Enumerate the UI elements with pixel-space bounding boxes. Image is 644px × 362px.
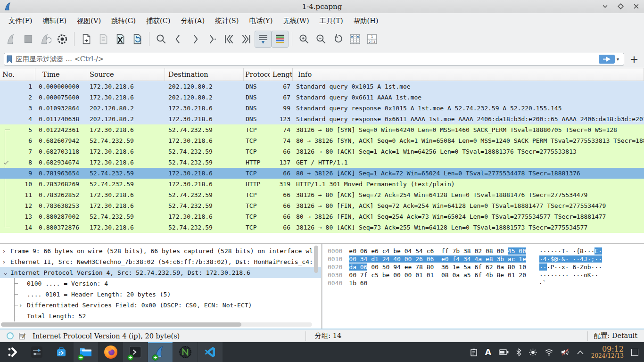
packet-row[interactable]: 40.011740638202.120.80.2172.30.218.6DNS1… — [0, 114, 644, 124]
packet-row[interactable]: 20.000075600172.30.218.6202.120.80.2DNS6… — [0, 92, 644, 103]
packet-row[interactable]: 60.68260794252.74.232.59172.30.218.6TCP7… — [0, 135, 644, 146]
save-file-button[interactable] — [95, 31, 112, 48]
packet-row[interactable]: 100.78320826952.74.232.59172.30.218.6HTT… — [0, 179, 644, 189]
capture-options-button[interactable] — [54, 31, 71, 48]
expander-icon[interactable]: › — [3, 256, 10, 267]
detail-hscrollbar[interactable] — [1, 322, 312, 327]
menu-item[interactable]: 捕获(C) — [143, 15, 173, 27]
packet-row[interactable]: 110.783262852172.30.218.652.74.232.59TCP… — [0, 189, 644, 200]
column-header[interactable]: Info — [293, 68, 644, 81]
close-button[interactable] — [633, 3, 639, 9]
input-method-indicator[interactable]: A — [485, 347, 491, 357]
go-last-button[interactable] — [238, 31, 255, 48]
reload-file-button[interactable] — [129, 31, 146, 48]
firefox-button[interactable] — [99, 342, 123, 362]
clock[interactable]: 09:12 2024/12/13 — [591, 345, 624, 360]
terminal-button[interactable]: + — [123, 342, 148, 362]
packet-row[interactable]: 140.880372876172.30.218.652.74.232.59TCP… — [0, 222, 644, 233]
close-file-button[interactable] — [112, 31, 129, 48]
detail-vscrollbar[interactable] — [314, 246, 318, 321]
stop-capture-button[interactable] — [20, 31, 37, 48]
menu-item[interactable]: 分析(A) — [178, 15, 207, 27]
layout-1-2-3-button[interactable]: 123 — [363, 31, 380, 48]
packet-row[interactable]: 80.682934674172.30.218.652.74.232.59HTTP… — [0, 157, 644, 168]
packet-row[interactable]: 120.783638253172.30.218.652.74.232.59TCP… — [0, 200, 644, 211]
wireshark-task-button[interactable]: + — [148, 342, 173, 362]
filter-bookmark-icon[interactable] — [6, 55, 13, 63]
expander-icon[interactable]: › — [19, 300, 27, 311]
filter-dropdown-caret[interactable]: ▾ — [617, 57, 619, 62]
hex-row[interactable]: 0020da 06 00 50 94 ee 78 80 36 1e 5a 6f … — [323, 263, 644, 271]
restart-capture-button[interactable] — [37, 31, 54, 48]
expander-icon[interactable]: › — [3, 246, 10, 256]
packet-row[interactable]: 130.88028700252.74.232.59172.30.218.6TCP… — [0, 211, 644, 222]
column-header[interactable]: Protocol — [244, 68, 270, 81]
bluetooth-tray-icon[interactable] — [516, 348, 521, 356]
minimize-button[interactable] — [602, 3, 608, 9]
system-settings-button[interactable] — [25, 342, 49, 362]
packet-row[interactable]: 90.78196365452.74.232.59172.30.218.6TCP6… — [0, 168, 644, 179]
wifi-tray-icon[interactable] — [545, 349, 553, 356]
zoom-reset-button[interactable] — [330, 31, 347, 48]
detail-line[interactable]: .... 0101 = Header Length: 20 bytes (5) — [14, 289, 321, 300]
app-launcher-button[interactable] — [0, 342, 25, 362]
battery-tray-icon[interactable] — [499, 349, 509, 355]
detail-line[interactable]: Total Length: 52 — [14, 311, 321, 321]
display-filter-input[interactable]: 应用显示过滤器 ... <Ctrl-/> ▾ — [4, 53, 624, 66]
menu-item[interactable]: 统计(S) — [212, 15, 241, 27]
volume-muted-tray-icon[interactable] — [561, 348, 570, 356]
menu-item[interactable]: 工具(T) — [317, 15, 346, 27]
packet-row[interactable]: 50.012242361172.30.218.652.74.232.59TCP7… — [0, 124, 644, 135]
column-header[interactable]: No. — [0, 68, 35, 81]
menu-item[interactable]: 文件(F) — [6, 15, 35, 27]
discover-button[interactable] — [49, 342, 74, 362]
file-manager-button[interactable]: + — [74, 342, 98, 362]
detail-line[interactable]: ›Differentiated Services Field: 0x00 (DS… — [14, 300, 321, 311]
apply-filter-button[interactable] — [599, 55, 615, 64]
expander-icon[interactable]: ⌄ — [3, 267, 10, 278]
find-packet-button[interactable] — [153, 31, 170, 48]
hex-row[interactable]: 003000 7f c5 be 00 00 01 01 08 0a a5 6f … — [323, 271, 644, 279]
status-profile[interactable]: 配置: Default — [588, 331, 644, 340]
column-header[interactable]: Lengtl — [270, 68, 293, 81]
maximize-button[interactable] — [618, 3, 624, 9]
go-forward-button[interactable] — [187, 31, 204, 48]
expert-info-icon[interactable] — [7, 332, 14, 339]
brightness-tray-icon[interactable] — [529, 348, 537, 356]
go-to-packet-button[interactable] — [204, 31, 221, 48]
colorize-toggle[interactable] — [272, 31, 289, 48]
capture-comment-icon[interactable] — [18, 332, 26, 340]
packet-row[interactable]: 10.000000000172.30.218.6202.120.80.2DNS6… — [0, 81, 644, 92]
vscode-button[interactable] — [198, 342, 223, 362]
open-file-button[interactable] — [78, 31, 95, 48]
menu-item[interactable]: 帮助(H) — [351, 15, 381, 27]
zoom-out-button[interactable] — [313, 31, 330, 48]
packet-row[interactable]: 70.682703118172.30.218.652.74.232.59TCP6… — [0, 146, 644, 157]
menu-item[interactable]: 跳转(G) — [108, 15, 139, 27]
detail-line[interactable]: 0100 .... = Version: 4 — [14, 278, 321, 289]
tray-expand-caret-icon[interactable] — [577, 350, 584, 354]
detail-line[interactable]: ›Frame 9: 66 bytes on wire (528 bits), 6… — [0, 246, 321, 256]
packet-row[interactable]: 30.010932864202.120.80.2172.30.218.6DNS9… — [0, 103, 644, 114]
show-desktop-button[interactable] — [631, 349, 638, 356]
detail-line[interactable]: ›Ethernet II, Src: NewH3CTechno_7b:38:02… — [0, 256, 321, 267]
clipboard-tray-icon[interactable] — [470, 348, 478, 356]
add-filter-button[interactable]: + — [628, 53, 640, 65]
resize-columns-button[interactable] — [347, 31, 363, 48]
hex-row[interactable]: 001000 34 d1 24 40 00 26 06 e0 f4 34 4a … — [323, 255, 644, 263]
neovim-button[interactable] — [173, 342, 198, 362]
menu-item[interactable]: 电话(Y) — [246, 15, 275, 27]
auto-scroll-toggle[interactable] — [255, 31, 272, 48]
column-header[interactable]: Destination — [165, 68, 244, 81]
go-first-button[interactable] — [221, 31, 238, 48]
menu-item[interactable]: 视图(V) — [74, 15, 104, 27]
hex-row[interactable]: 00401b 60·` — [323, 279, 644, 287]
start-capture-button[interactable] — [3, 31, 20, 48]
go-back-button[interactable] — [170, 31, 187, 48]
zoom-in-button[interactable] — [296, 31, 313, 48]
detail-line[interactable]: ⌄Internet Protocol Version 4, Src: 52.74… — [0, 267, 321, 278]
column-header[interactable]: Time — [35, 68, 87, 81]
hex-row[interactable]: 0000e0 06 e6 c4 be 04 54 c6 ff 7b 38 02 … — [323, 247, 644, 255]
menu-item[interactable]: 编辑(E) — [40, 15, 69, 27]
menu-item[interactable]: 无线(W) — [280, 15, 312, 27]
